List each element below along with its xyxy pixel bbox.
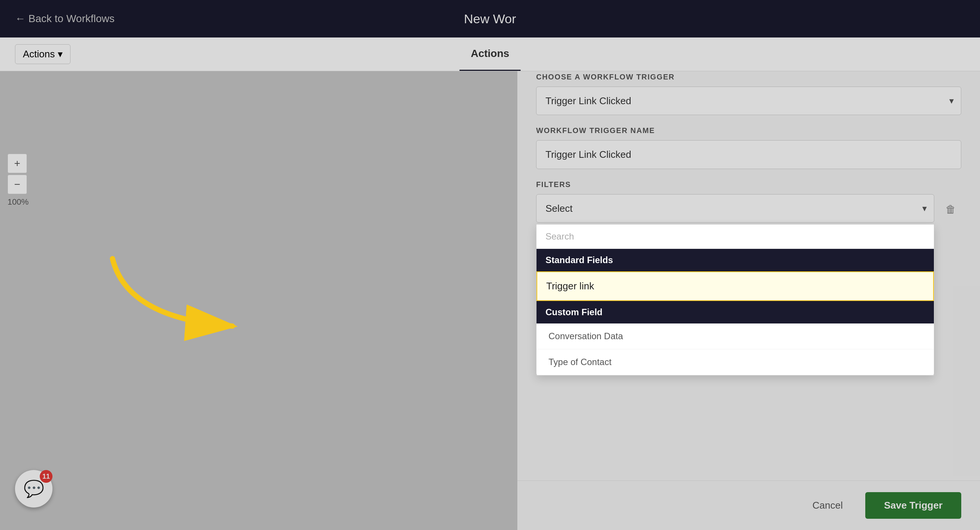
dropdown-group-header-standard-fields: Standard Fields [536, 249, 934, 271]
filters-dropdown-menu: Standard Fields Trigger link Custom Fiel… [536, 224, 934, 376]
dropdown-item-conversation-data[interactable]: Conversation Data [536, 323, 934, 349]
dropdown-group-header-custom-field: Custom Field [536, 301, 934, 323]
dropdown-search-input[interactable] [536, 224, 934, 249]
dropdown-item-trigger-link[interactable]: Trigger link [536, 271, 934, 301]
dropdown-item-type-of-contact[interactable]: Type of Contact [536, 349, 934, 375]
